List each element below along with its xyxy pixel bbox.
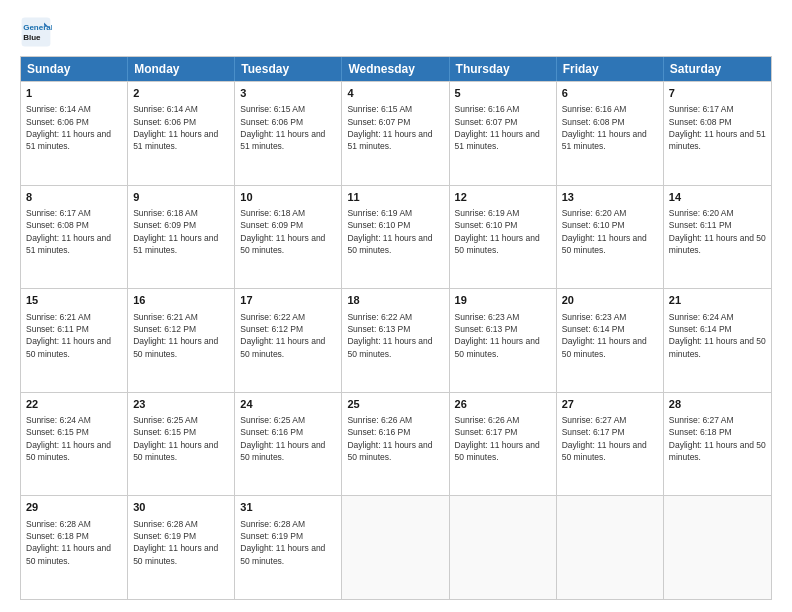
calendar-cell: 23Sunrise: 6:25 AMSunset: 6:15 PMDayligh…: [128, 393, 235, 496]
day-info: Sunrise: 6:16 AMSunset: 6:07 PMDaylight:…: [455, 103, 551, 152]
day-info: Sunrise: 6:15 AMSunset: 6:06 PMDaylight:…: [240, 103, 336, 152]
calendar-cell: 26Sunrise: 6:26 AMSunset: 6:17 PMDayligh…: [450, 393, 557, 496]
day-number: 2: [133, 86, 229, 101]
calendar: SundayMondayTuesdayWednesdayThursdayFrid…: [20, 56, 772, 600]
calendar-week: 22Sunrise: 6:24 AMSunset: 6:15 PMDayligh…: [21, 392, 771, 496]
day-info: Sunrise: 6:17 AMSunset: 6:08 PMDaylight:…: [669, 103, 766, 152]
day-number: 8: [26, 190, 122, 205]
day-number: 25: [347, 397, 443, 412]
day-number: 7: [669, 86, 766, 101]
day-info: Sunrise: 6:26 AMSunset: 6:16 PMDaylight:…: [347, 414, 443, 463]
calendar-cell: [664, 496, 771, 599]
calendar-cell: 24Sunrise: 6:25 AMSunset: 6:16 PMDayligh…: [235, 393, 342, 496]
day-number: 31: [240, 500, 336, 515]
calendar-header-cell: Monday: [128, 57, 235, 81]
day-number: 27: [562, 397, 658, 412]
svg-text:General: General: [23, 23, 52, 32]
day-number: 13: [562, 190, 658, 205]
calendar-cell: 15Sunrise: 6:21 AMSunset: 6:11 PMDayligh…: [21, 289, 128, 392]
day-number: 1: [26, 86, 122, 101]
logo: General Blue: [20, 16, 56, 48]
calendar-cell: 2Sunrise: 6:14 AMSunset: 6:06 PMDaylight…: [128, 82, 235, 185]
calendar-week: 29Sunrise: 6:28 AMSunset: 6:18 PMDayligh…: [21, 495, 771, 599]
day-number: 10: [240, 190, 336, 205]
day-number: 17: [240, 293, 336, 308]
calendar-cell: 3Sunrise: 6:15 AMSunset: 6:06 PMDaylight…: [235, 82, 342, 185]
day-info: Sunrise: 6:22 AMSunset: 6:13 PMDaylight:…: [347, 311, 443, 360]
day-number: 30: [133, 500, 229, 515]
day-number: 29: [26, 500, 122, 515]
day-number: 14: [669, 190, 766, 205]
calendar-cell: 10Sunrise: 6:18 AMSunset: 6:09 PMDayligh…: [235, 186, 342, 289]
day-number: 4: [347, 86, 443, 101]
svg-text:Blue: Blue: [23, 33, 41, 42]
day-info: Sunrise: 6:20 AMSunset: 6:11 PMDaylight:…: [669, 207, 766, 256]
calendar-cell: 25Sunrise: 6:26 AMSunset: 6:16 PMDayligh…: [342, 393, 449, 496]
calendar-header-cell: Wednesday: [342, 57, 449, 81]
calendar-cell: 16Sunrise: 6:21 AMSunset: 6:12 PMDayligh…: [128, 289, 235, 392]
calendar-cell: 14Sunrise: 6:20 AMSunset: 6:11 PMDayligh…: [664, 186, 771, 289]
day-number: 24: [240, 397, 336, 412]
day-info: Sunrise: 6:18 AMSunset: 6:09 PMDaylight:…: [240, 207, 336, 256]
day-number: 11: [347, 190, 443, 205]
calendar-cell: [557, 496, 664, 599]
calendar-cell: 18Sunrise: 6:22 AMSunset: 6:13 PMDayligh…: [342, 289, 449, 392]
day-number: 23: [133, 397, 229, 412]
calendar-cell: 30Sunrise: 6:28 AMSunset: 6:19 PMDayligh…: [128, 496, 235, 599]
calendar-cell: 21Sunrise: 6:24 AMSunset: 6:14 PMDayligh…: [664, 289, 771, 392]
day-info: Sunrise: 6:19 AMSunset: 6:10 PMDaylight:…: [455, 207, 551, 256]
page: General Blue SundayMondayTuesdayWednesda…: [0, 0, 792, 612]
calendar-header-cell: Sunday: [21, 57, 128, 81]
day-number: 5: [455, 86, 551, 101]
calendar-cell: 5Sunrise: 6:16 AMSunset: 6:07 PMDaylight…: [450, 82, 557, 185]
day-info: Sunrise: 6:22 AMSunset: 6:12 PMDaylight:…: [240, 311, 336, 360]
day-number: 3: [240, 86, 336, 101]
header: General Blue: [20, 16, 772, 48]
calendar-cell: 20Sunrise: 6:23 AMSunset: 6:14 PMDayligh…: [557, 289, 664, 392]
day-info: Sunrise: 6:17 AMSunset: 6:08 PMDaylight:…: [26, 207, 122, 256]
day-info: Sunrise: 6:21 AMSunset: 6:11 PMDaylight:…: [26, 311, 122, 360]
calendar-cell: [342, 496, 449, 599]
calendar-cell: [450, 496, 557, 599]
calendar-week: 15Sunrise: 6:21 AMSunset: 6:11 PMDayligh…: [21, 288, 771, 392]
day-info: Sunrise: 6:25 AMSunset: 6:16 PMDaylight:…: [240, 414, 336, 463]
day-info: Sunrise: 6:24 AMSunset: 6:15 PMDaylight:…: [26, 414, 122, 463]
calendar-cell: 29Sunrise: 6:28 AMSunset: 6:18 PMDayligh…: [21, 496, 128, 599]
calendar-cell: 8Sunrise: 6:17 AMSunset: 6:08 PMDaylight…: [21, 186, 128, 289]
day-info: Sunrise: 6:28 AMSunset: 6:18 PMDaylight:…: [26, 518, 122, 567]
calendar-cell: 13Sunrise: 6:20 AMSunset: 6:10 PMDayligh…: [557, 186, 664, 289]
day-info: Sunrise: 6:25 AMSunset: 6:15 PMDaylight:…: [133, 414, 229, 463]
day-number: 22: [26, 397, 122, 412]
calendar-cell: 28Sunrise: 6:27 AMSunset: 6:18 PMDayligh…: [664, 393, 771, 496]
day-info: Sunrise: 6:27 AMSunset: 6:18 PMDaylight:…: [669, 414, 766, 463]
calendar-header-cell: Saturday: [664, 57, 771, 81]
calendar-cell: 17Sunrise: 6:22 AMSunset: 6:12 PMDayligh…: [235, 289, 342, 392]
calendar-header-cell: Thursday: [450, 57, 557, 81]
day-info: Sunrise: 6:19 AMSunset: 6:10 PMDaylight:…: [347, 207, 443, 256]
calendar-cell: 22Sunrise: 6:24 AMSunset: 6:15 PMDayligh…: [21, 393, 128, 496]
day-number: 21: [669, 293, 766, 308]
day-number: 20: [562, 293, 658, 308]
day-info: Sunrise: 6:24 AMSunset: 6:14 PMDaylight:…: [669, 311, 766, 360]
calendar-week: 8Sunrise: 6:17 AMSunset: 6:08 PMDaylight…: [21, 185, 771, 289]
day-info: Sunrise: 6:16 AMSunset: 6:08 PMDaylight:…: [562, 103, 658, 152]
day-info: Sunrise: 6:26 AMSunset: 6:17 PMDaylight:…: [455, 414, 551, 463]
calendar-header: SundayMondayTuesdayWednesdayThursdayFrid…: [21, 57, 771, 81]
calendar-cell: 6Sunrise: 6:16 AMSunset: 6:08 PMDaylight…: [557, 82, 664, 185]
calendar-cell: 11Sunrise: 6:19 AMSunset: 6:10 PMDayligh…: [342, 186, 449, 289]
day-number: 6: [562, 86, 658, 101]
day-number: 12: [455, 190, 551, 205]
calendar-cell: 12Sunrise: 6:19 AMSunset: 6:10 PMDayligh…: [450, 186, 557, 289]
day-number: 26: [455, 397, 551, 412]
calendar-header-cell: Friday: [557, 57, 664, 81]
day-info: Sunrise: 6:14 AMSunset: 6:06 PMDaylight:…: [133, 103, 229, 152]
calendar-cell: 31Sunrise: 6:28 AMSunset: 6:19 PMDayligh…: [235, 496, 342, 599]
calendar-header-cell: Tuesday: [235, 57, 342, 81]
day-info: Sunrise: 6:23 AMSunset: 6:13 PMDaylight:…: [455, 311, 551, 360]
day-number: 18: [347, 293, 443, 308]
calendar-cell: 7Sunrise: 6:17 AMSunset: 6:08 PMDaylight…: [664, 82, 771, 185]
day-number: 15: [26, 293, 122, 308]
calendar-cell: 4Sunrise: 6:15 AMSunset: 6:07 PMDaylight…: [342, 82, 449, 185]
day-info: Sunrise: 6:27 AMSunset: 6:17 PMDaylight:…: [562, 414, 658, 463]
day-info: Sunrise: 6:28 AMSunset: 6:19 PMDaylight:…: [133, 518, 229, 567]
